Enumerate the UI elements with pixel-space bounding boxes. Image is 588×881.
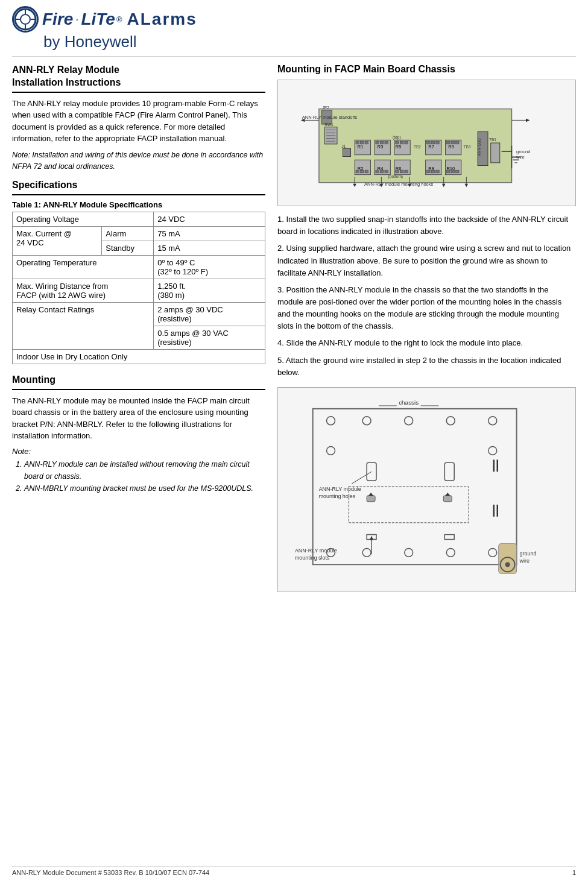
logo-honeywell: by Honeywell (12, 33, 197, 51)
table-cell: 24 VDC (154, 212, 265, 227)
main-title: ANN-RLY Relay Module Installation Instru… (12, 64, 265, 89)
svg-point-1 (21, 14, 30, 24)
svg-rect-60 (436, 170, 440, 173)
list-item: 5. Attach the ground wire installed in s… (277, 355, 576, 379)
svg-text:R1: R1 (358, 145, 364, 150)
list-item: 2. Using supplied hardware, attach the g… (277, 242, 576, 279)
svg-rect-134 (443, 496, 452, 502)
svg-rect-58 (427, 170, 431, 173)
table-row: Operating Voltage 24 VDC (13, 212, 265, 227)
content-area: ANN-RLY Relay Module Installation Instru… (12, 64, 576, 592)
table-cell: 1,250 ft.(380 m) (154, 279, 265, 303)
left-column: ANN-RLY Relay Module Installation Instru… (12, 64, 265, 592)
svg-text:ANN-SUS: ANN-SUS (477, 138, 481, 156)
svg-text:ground: ground (516, 149, 530, 154)
table-caption: Table 1: ANN-RLY Module Specifications (12, 200, 265, 209)
list-item: 4. Slide the ANN-RLY module to the right… (277, 337, 576, 349)
svg-rect-20 (356, 141, 359, 144)
table-cell: Indoor Use in Dry Location Only (13, 350, 265, 364)
table-cell: Alarm (102, 227, 154, 241)
table-cell: 2 amps @ 30 VDC(resistive) (154, 303, 265, 326)
svg-text:R7: R7 (428, 145, 434, 150)
svg-rect-41 (396, 141, 399, 144)
step-3: 3. Position the ANN-RLY module in the ch… (277, 285, 561, 330)
table-cell-relay: Relay Contact Ratings (13, 303, 154, 350)
step-2: 2. Using supplied hardware, attach the g… (277, 244, 571, 277)
svg-rect-111 (444, 463, 454, 481)
svg-rect-53 (427, 141, 431, 144)
svg-marker-135 (445, 493, 450, 496)
table-row: Relay Contact Ratings 2 amps @ 30 VDC(re… (13, 303, 265, 326)
list-item: ANN-RLY module can be installed without … (24, 458, 265, 482)
intro-text: The ANN-RLY relay module provides 10 pro… (12, 98, 265, 145)
steps-list: 1. Install the two supplied snap-in stan… (277, 213, 576, 379)
svg-rect-115 (349, 487, 469, 523)
footer-page: 1 (572, 869, 576, 876)
svg-rect-30 (376, 141, 379, 144)
svg-text:SW1: SW1 (324, 122, 334, 127)
svg-rect-31 (380, 141, 384, 144)
svg-line-112 (352, 472, 371, 484)
svg-marker-133 (368, 493, 373, 496)
svg-text:TB6: TB6 (464, 145, 471, 150)
board-svg: JP2 SW1 J1 R1 (284, 86, 569, 200)
title-divider (12, 92, 265, 93)
step-1: 1. Install the two supplied snap-in stan… (277, 215, 568, 236)
logo-icon (12, 6, 39, 33)
table-cell: Max. Wiring Distance fromFACP (with 12 A… (13, 279, 154, 303)
table-row: Operating Temperature 0º to 49º C(32º to… (13, 256, 265, 279)
svg-rect-70 (455, 170, 459, 173)
table-cell: Operating Temperature (13, 256, 154, 279)
specs-divider (12, 194, 265, 195)
svg-rect-54 (431, 141, 435, 144)
svg-point-123 (362, 548, 371, 557)
svg-rect-47 (396, 170, 399, 173)
svg-rect-26 (361, 170, 364, 173)
logo-top: Fire · LiTe ® ALarms (12, 6, 197, 33)
svg-rect-65 (455, 141, 459, 144)
svg-text:chassis: chassis (399, 399, 419, 406)
svg-point-109 (488, 446, 497, 455)
table-cell: Standby (102, 241, 154, 256)
chassis-diagram: chassis (277, 387, 576, 592)
board-diagram: JP2 SW1 J1 R1 (277, 80, 576, 206)
svg-text:mounting slots: mounting slots (295, 555, 330, 561)
svg-rect-110 (367, 463, 376, 481)
list-item: 1. Install the two supplied snap-in stan… (277, 213, 576, 238)
svg-rect-43 (405, 141, 408, 144)
header: Fire · LiTe ® ALarms by Honeywell (12, 6, 576, 57)
svg-text:ANN-RLY module standoffs: ANN-RLY module standoffs (302, 115, 358, 120)
svg-marker-90 (353, 184, 356, 188)
svg-point-124 (405, 548, 413, 557)
specs-title: Specifications (12, 179, 265, 192)
svg-rect-35 (376, 170, 379, 173)
svg-text:wire: wire (516, 155, 525, 160)
svg-text:TB2: TB2 (414, 145, 421, 150)
svg-rect-22 (365, 141, 368, 144)
svg-point-104 (362, 417, 371, 425)
svg-point-103 (327, 417, 335, 425)
svg-text:(top): (top) (393, 136, 401, 141)
nfpa-note: Note: Installation and wiring of this de… (12, 150, 265, 172)
mounting-divider (12, 389, 265, 390)
svg-point-106 (446, 417, 455, 425)
spec-table: Table 1: ANN-RLY Module Specifications O… (12, 200, 265, 364)
svg-rect-32 (385, 141, 388, 144)
footer-left: ANN-RLY Module Document # 53033 Rev. B 1… (12, 869, 209, 876)
logo-brand-text: Fire · LiTe ® ALarms (42, 10, 197, 29)
table-cell: 75 mA (154, 227, 265, 241)
svg-rect-74 (491, 143, 500, 163)
list-item: 3. Position the ANN-RLY module in the ch… (277, 284, 576, 333)
svg-rect-69 (451, 170, 455, 173)
svg-rect-49 (405, 170, 408, 173)
svg-point-107 (488, 417, 497, 425)
svg-marker-84 (526, 119, 530, 122)
table-cell: 0º to 49º C(32º to 120º F) (154, 256, 265, 279)
svg-text:R3: R3 (378, 145, 384, 150)
mounting-text: The ANN-RLY module may be mounted inside… (12, 395, 265, 442)
svg-text:R9: R9 (448, 145, 454, 150)
svg-text:wire: wire (519, 558, 530, 564)
table-cell: 0.5 amps @ 30 VAC(resistive) (154, 326, 265, 350)
svg-rect-55 (436, 141, 440, 144)
right-column: Mounting in FACP Main Board Chassis JP2 … (277, 64, 576, 592)
